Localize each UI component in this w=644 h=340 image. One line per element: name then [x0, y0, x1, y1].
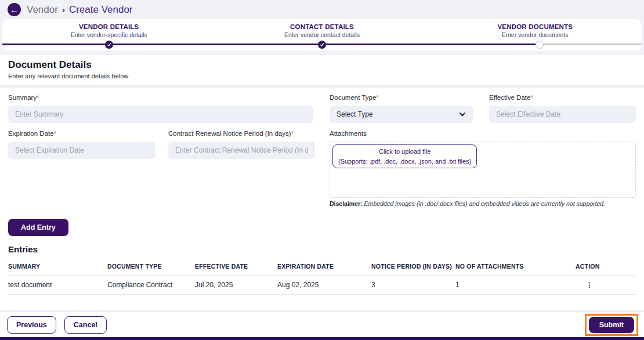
step-subtitle: Enter vendor-specific details — [2, 31, 215, 38]
entries-table: SUMMARY DOCUMENT TYPE EFFECTIVE DATE EXP… — [0, 258, 644, 295]
table-row: test document Compliance Contract Jul 20… — [8, 276, 636, 295]
table-header-row: SUMMARY DOCUMENT TYPE EFFECTIVE DATE EXP… — [8, 258, 636, 276]
col-notice-period: NOTICE PERIOD (IN DAYS) — [371, 263, 455, 270]
step-contact-details[interactable]: CONTACT DETAILS Enter vendor contact det… — [215, 19, 428, 38]
step-title: CONTACT DETAILS — [215, 23, 428, 30]
step-subtitle: Enter vendor documents — [429, 31, 642, 38]
required-asterisk: * — [291, 130, 294, 137]
step-vendor-documents[interactable]: VENDOR DOCUMENTS Enter vendor documents — [429, 19, 642, 38]
bottom-accent-bar — [0, 337, 644, 340]
col-action: ACTION — [576, 263, 636, 270]
step-circle-icon — [536, 41, 544, 49]
col-document-type: DOCUMENT TYPE — [107, 263, 195, 270]
required-asterisk: * — [37, 94, 39, 101]
attachments-label: Attachments — [330, 130, 636, 137]
col-summary: SUMMARY — [8, 263, 107, 270]
attachments-dropzone[interactable]: Click to upload file (Supports: .pdf, .d… — [330, 142, 636, 198]
entries-title: Entries — [0, 236, 644, 258]
create-vendor-page: ← Vendor › Create Vendor VENDOR DETAILS … — [0, 0, 644, 340]
progress-line-remaining — [540, 44, 642, 45]
cell-attachments: 1 — [455, 281, 576, 289]
stepper-wrap: VENDOR DETAILS Enter vendor-specific det… — [0, 19, 644, 51]
submit-highlight-box: Submit — [585, 314, 638, 336]
col-no-of-attachments: NO OF ATTACHMENTS — [455, 263, 576, 270]
previous-button[interactable]: Previous — [7, 316, 56, 334]
effective-date-input[interactable] — [489, 106, 636, 123]
document-details-section: Document Details Enter any relevant docu… — [0, 55, 644, 310]
row-kebab-menu-icon[interactable]: ⋮ — [576, 281, 599, 289]
disclaimer-label: Disclaimer: — [330, 200, 363, 207]
required-asterisk: * — [54, 130, 56, 137]
upload-file-button[interactable]: Click to upload file (Supports: .pdf, .d… — [332, 144, 477, 168]
cell-document-type: Compliance Contract — [107, 281, 195, 289]
stepper: VENDOR DETAILS Enter vendor-specific det… — [2, 19, 642, 51]
document-type-value: Select Type — [337, 110, 372, 118]
step-check-icon — [105, 41, 113, 49]
step-check-icon — [318, 41, 326, 49]
submit-button[interactable]: Submit — [589, 317, 634, 333]
step-vendor-details[interactable]: VENDOR DETAILS Enter vendor-specific det… — [2, 19, 215, 38]
step-title: VENDOR DETAILS — [2, 23, 215, 30]
step-title: VENDOR DOCUMENTS — [429, 23, 642, 30]
expiration-date-input[interactable] — [8, 142, 155, 159]
effective-date-label: Effective Date* — [489, 94, 636, 101]
progress-line-complete — [2, 44, 540, 45]
cell-notice-period: 3 — [371, 281, 455, 289]
upload-line2: (Supports: .pdf, .doc, .docx, .json, and… — [338, 158, 471, 165]
cell-effective-date: Jul 20, 2025 — [195, 281, 277, 289]
document-type-select[interactable]: Select Type — [330, 106, 473, 123]
page-title: Create Vendor — [69, 4, 133, 16]
expiration-date-label: Expiration Date* — [8, 130, 155, 137]
section-subtitle: Enter any relevant document details belo… — [8, 73, 636, 79]
notice-period-input[interactable] — [168, 142, 315, 159]
section-title: Document Details — [8, 59, 636, 71]
breadcrumb-separator: › — [62, 5, 65, 15]
col-expiration-date: EXPIRATION DATE — [277, 263, 371, 270]
step-subtitle: Enter vendor contact details — [215, 31, 428, 38]
summary-label: Summary* — [8, 94, 313, 101]
breadcrumb-parent[interactable]: Vendor — [27, 4, 58, 16]
chevron-down-icon — [459, 111, 466, 118]
cancel-button[interactable]: Cancel — [64, 316, 107, 334]
col-effective-date: EFFECTIVE DATE — [195, 263, 277, 270]
cell-expiration-date: Aug 02, 2025 — [277, 281, 371, 289]
upload-line1: Click to upload file — [379, 148, 430, 155]
summary-input[interactable] — [8, 106, 313, 123]
back-button[interactable]: ← — [8, 3, 21, 16]
required-asterisk: * — [530, 94, 533, 101]
attachments-disclaimer: Disclaimer: Embedded images (in .doc/.do… — [330, 200, 636, 207]
arrow-left-icon: ← — [10, 5, 19, 14]
document-type-label: Document Type* — [330, 94, 473, 101]
required-asterisk: * — [376, 94, 378, 101]
cell-summary: test document — [8, 281, 107, 289]
disclaimer-text: Embedded images (in .doc/.docx files) an… — [363, 200, 606, 207]
notice-period-label: Contract Renewal Notice Period (In days)… — [168, 130, 315, 137]
breadcrumb: ← Vendor › Create Vendor — [0, 0, 644, 19]
footer-actions: Previous Cancel Submit — [0, 310, 644, 337]
add-entry-button[interactable]: Add Entry — [8, 219, 68, 236]
